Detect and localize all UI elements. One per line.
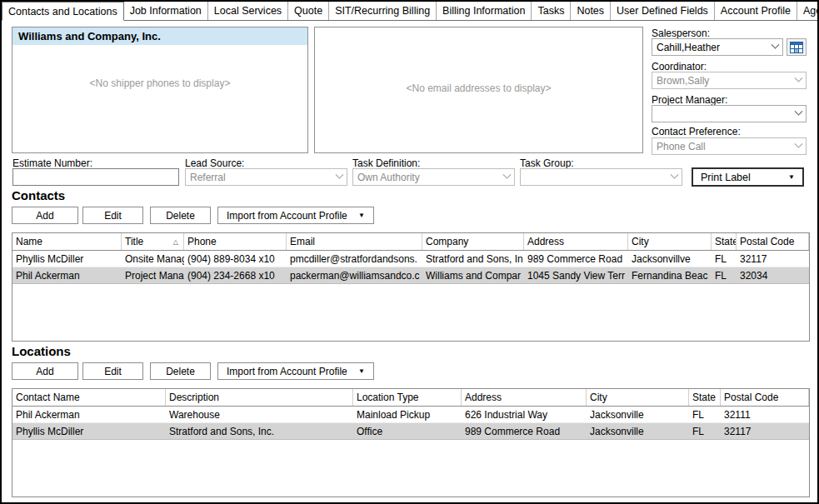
contacts-table: Name Title △ Phone Email Company Address… (12, 232, 810, 342)
contacts-edit-button[interactable]: Edit (82, 207, 143, 224)
salesperson-schedule-button[interactable] (787, 38, 807, 56)
locations-col-state[interactable]: State (689, 389, 721, 406)
contact-email-cell: pmcdiller@stratfordandsons. (287, 251, 422, 267)
email-addresses-list: <No email addresses to display> (314, 27, 643, 153)
contacts-col-email[interactable]: Email (287, 233, 422, 250)
chevron-down-icon (671, 171, 679, 179)
contacts-col-company[interactable]: Company (422, 233, 524, 250)
locations-col-city[interactable]: City (587, 389, 689, 406)
lead-source-label: Lead Source: (185, 157, 244, 169)
salesperson-label: Salesperson: (652, 27, 710, 39)
contact-preference-label: Contact Preference: (652, 126, 741, 137)
contacts-add-button[interactable]: Add (12, 207, 78, 224)
locations-col-address[interactable]: Address (462, 389, 587, 406)
print-label-button[interactable]: Print Label ▼ (692, 167, 804, 187)
project-manager-combobox[interactable] (652, 105, 807, 122)
contacts-col-address[interactable]: Address (524, 233, 628, 250)
contact-city-cell: Fernandina Beac (628, 267, 712, 283)
locations-table: Contact Name Description Location Type A… (12, 388, 810, 497)
contacts-delete-button[interactable]: Delete (150, 207, 211, 224)
location-contact-name-cell: Phyllis McDiller (12, 423, 166, 439)
locations-delete-button[interactable]: Delete (150, 362, 211, 380)
contact-state-cell: FL (712, 267, 737, 283)
tab-contacts-and-locations[interactable]: Contacts and Locations (2, 2, 124, 21)
task-definition-label: Task Definition: (352, 157, 420, 169)
chevron-down-icon (795, 140, 803, 148)
locations-col-contact-name[interactable]: Contact Name (12, 389, 166, 406)
chevron-down-icon (772, 41, 780, 49)
tab-notes[interactable]: Notes (571, 2, 611, 20)
contacts-table-row[interactable]: Phyllis McDiller Onsite Manag (904) 889-… (12, 251, 809, 267)
dropdown-arrow-icon: ▼ (358, 212, 365, 219)
contacts-col-postal-code[interactable]: Postal Code (737, 233, 809, 250)
locations-col-location-type[interactable]: Location Type (353, 389, 462, 406)
shipper-phones-list: Williams and Company, Inc. <No shipper p… (12, 27, 308, 153)
task-group-combobox[interactable] (520, 168, 682, 186)
location-description-cell: Stratford and Sons, Inc. (166, 423, 353, 439)
location-postal-code-cell: 32117 (721, 423, 809, 439)
tab-sit-recurring-billing[interactable]: SIT/Recurring Billing (329, 2, 437, 20)
tab-user-defined-fields[interactable]: User Defined Fields (611, 2, 715, 20)
locations-col-description[interactable]: Description (166, 389, 353, 406)
dropdown-arrow-icon: ▼ (358, 367, 365, 375)
location-state-cell: FL (689, 423, 721, 439)
contacts-import-from-account-profile-button[interactable]: Import from Account Profile ▼ (217, 207, 374, 224)
location-state-cell: FL (689, 407, 721, 422)
contact-name-cell: Phyllis McDiller (12, 251, 122, 267)
contact-preference-combobox[interactable]: Phone Call (652, 137, 807, 155)
contact-address-cell: 989 Commerce Road (524, 251, 628, 267)
lead-source-value: Referral (190, 172, 226, 183)
location-type-cell: Office (353, 423, 462, 439)
tab-tasks[interactable]: Tasks (532, 2, 571, 20)
locations-table-row[interactable]: Phil Ackerman Warehouse Mainload Pickup … (12, 407, 809, 423)
location-city-cell: Jacksonville (587, 407, 689, 422)
locations-import-from-account-profile-button[interactable]: Import from Account Profile ▼ (217, 362, 374, 380)
chevron-down-icon (336, 171, 344, 179)
location-city-cell: Jacksonville (587, 423, 689, 439)
task-group-label: Task Group: (520, 157, 574, 169)
tab-local-services[interactable]: Local Services (208, 2, 288, 20)
contacts-col-title[interactable]: Title △ (122, 233, 184, 250)
contact-email-cell: packerman@williamsandco.c (287, 267, 422, 283)
contact-company-cell: Stratford and Sons, In (422, 251, 524, 267)
shipper-company-item[interactable]: Williams and Company, Inc. (12, 27, 307, 45)
contacts-col-state[interactable]: State (712, 233, 737, 250)
locations-add-button[interactable]: Add (12, 362, 78, 380)
dropdown-arrow-icon: ▼ (788, 173, 795, 181)
tab-quote[interactable]: Quote (288, 2, 329, 20)
locations-table-header: Contact Name Description Location Type A… (12, 389, 809, 407)
locations-edit-button[interactable]: Edit (82, 362, 143, 380)
locations-table-row-selected[interactable]: Phyllis McDiller Stratford and Sons, Inc… (12, 423, 809, 440)
locations-import-label: Import from Account Profile (227, 366, 347, 377)
salesperson-combobox[interactable]: Cahill,Heather (652, 38, 783, 56)
locations-col-postal-code[interactable]: Postal Code (721, 389, 809, 406)
contact-postal-code-cell: 32034 (737, 267, 809, 283)
contact-phone-cell: (904) 889-8034 x10 (184, 251, 287, 267)
contact-city-cell: Jacksonvillve (628, 251, 712, 267)
tab-job-information[interactable]: Job Information (124, 2, 208, 20)
estimate-number-input[interactable] (12, 168, 179, 186)
locations-heading: Locations (12, 344, 71, 358)
location-type-cell: Mainload Pickup (353, 407, 462, 422)
contacts-heading: Contacts (12, 188, 65, 202)
location-description-cell: Warehouse (166, 407, 353, 422)
app-window: Contacts and Locations Job Information L… (0, 0, 819, 504)
location-address-cell: 989 Commerce Road (462, 423, 587, 439)
coordinator-combobox[interactable]: Brown,Sally (652, 72, 807, 89)
contacts-col-name[interactable]: Name (12, 233, 122, 250)
task-definition-combobox[interactable]: Own Authority (352, 168, 515, 186)
contact-title-cell: Project Mana (122, 267, 184, 283)
tab-account-profile[interactable]: Account Profile (715, 2, 797, 20)
location-address-cell: 626 Industrial Way (462, 407, 587, 422)
tab-bar: Contacts and Locations Job Information L… (2, 2, 817, 21)
tab-agents[interactable]: Agents (797, 2, 819, 20)
lead-source-combobox[interactable]: Referral (185, 168, 347, 186)
contacts-col-phone[interactable]: Phone (184, 233, 287, 250)
contact-phone-cell: (904) 234-2668 x10 (184, 267, 287, 283)
contact-name-cell: Phil Ackerman (12, 267, 122, 283)
contacts-table-row-selected[interactable]: Phil Ackerman Project Mana (904) 234-266… (12, 267, 809, 284)
location-postal-code-cell: 32111 (721, 407, 809, 422)
contact-preference-value: Phone Call (657, 141, 706, 152)
tab-billing-information[interactable]: Billing Information (437, 2, 532, 20)
contacts-col-city[interactable]: City (628, 233, 712, 250)
